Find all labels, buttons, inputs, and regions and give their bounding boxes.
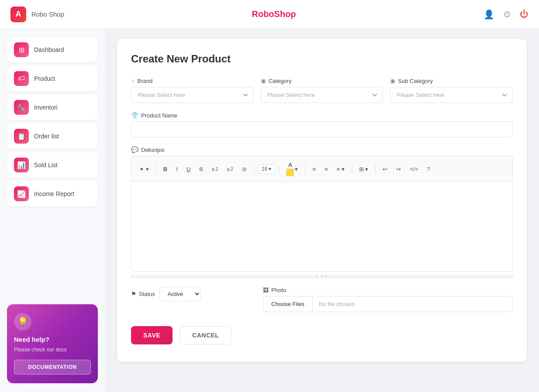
- sidebar-label-product: Product: [34, 75, 55, 82]
- description-group: 💬 Deksripsi ✦ ▾ B I U S x2 x2 ⊘ 16 ▾: [131, 146, 513, 278]
- editor-resize-bar[interactable]: • • •: [131, 275, 513, 278]
- superscript-button[interactable]: x2: [208, 164, 222, 174]
- sub-category-label: ◉ Sub Category: [390, 77, 513, 84]
- sidebar-label-sold: Sold List: [34, 162, 58, 168]
- save-button[interactable]: SAVE: [131, 326, 173, 344]
- help-bulb-icon: 💡: [14, 313, 31, 330]
- form-title: Create New Product: [131, 53, 513, 65]
- resize-indicator: • • •: [316, 274, 328, 279]
- description-label: 💬 Deksripsi: [131, 146, 513, 153]
- help-card: 💡 Need help? Please check our docs DOCUM…: [7, 304, 98, 383]
- status-select[interactable]: Active Inactive: [159, 287, 201, 301]
- help-subtitle: Please check our docs: [14, 347, 91, 353]
- sidebar-item-order-list[interactable]: 📋 Order list: [7, 124, 98, 149]
- brand-label: ○ Brand: [131, 77, 254, 84]
- align-options-button[interactable]: ≡ ▾: [333, 164, 348, 174]
- inventori-icon: 🔧: [14, 100, 29, 115]
- sidebar: ⊞ Dashboard 🏷 Product 🔧 Inventori 📋 Orde…: [0, 28, 105, 392]
- align-left-button[interactable]: ≡: [309, 164, 319, 174]
- sidebar-item-inventori[interactable]: 🔧 Inventori: [7, 95, 98, 120]
- font-size-button[interactable]: 16 ▾: [258, 164, 276, 174]
- app-logo: A: [10, 7, 26, 22]
- editor-body[interactable]: [131, 185, 513, 272]
- product-name-label: 👕 Product Name: [131, 112, 513, 119]
- toolbar-sep-6: [375, 165, 376, 173]
- sidebar-item-dashboard[interactable]: ⊞ Dashboard: [7, 37, 98, 62]
- cancel-button[interactable]: CANCEL: [180, 326, 231, 344]
- category-label: ◉ Category: [261, 77, 384, 84]
- action-row: SAVE CANCEL: [131, 326, 513, 344]
- sub-category-group: ◉ Sub Category Please Select here: [390, 77, 513, 103]
- sidebar-item-product[interactable]: 🏷 Product: [7, 66, 98, 91]
- photo-group: 🖼 Photo Choose Files No file chosen: [263, 287, 513, 312]
- color-swatch: [286, 168, 294, 176]
- dropdowns-row: ○ Brand Please Select here ◉ Category Pl…: [131, 77, 513, 103]
- file-input-wrapper: Choose Files No file chosen: [263, 296, 513, 312]
- navbar-brand: RoboShop: [252, 9, 296, 19]
- brand-group: ○ Brand Please Select here: [131, 77, 254, 103]
- subscript-button[interactable]: x2: [223, 164, 237, 174]
- income-icon: 📈: [14, 186, 29, 201]
- navbar-left: A Robo Shop: [10, 7, 64, 22]
- strikethrough-button[interactable]: S: [196, 164, 207, 174]
- sidebar-item-sold-list[interactable]: 📊 Sold List: [7, 152, 98, 178]
- status-flag-icon: ⚑: [131, 291, 136, 297]
- font-color-button[interactable]: A ▾: [283, 160, 301, 178]
- photo-icon: 🖼: [263, 287, 269, 293]
- app-name: Robo Shop: [31, 10, 64, 18]
- choose-files-button[interactable]: Choose Files: [263, 296, 313, 312]
- product-name-group: 👕 Product Name: [131, 112, 513, 138]
- sidebar-label-dashboard: Dashboard: [34, 46, 64, 53]
- toolbar-sep-2: [254, 165, 254, 173]
- clear-format-button[interactable]: ⊘: [238, 164, 250, 174]
- bold-button[interactable]: B: [160, 164, 171, 174]
- product-name-input[interactable]: [131, 121, 513, 138]
- editor-toolbar: ✦ ▾ B I U S x2 x2 ⊘ 16 ▾ A: [131, 156, 513, 182]
- sidebar-label-inventori: Inventori: [34, 104, 58, 111]
- layout: ⊞ Dashboard 🏷 Product 🔧 Inventori 📋 Orde…: [0, 28, 539, 392]
- dashboard-icon: ⊞: [14, 42, 29, 57]
- sold-icon: 📊: [14, 158, 29, 172]
- underline-button[interactable]: U: [183, 164, 194, 174]
- sub-category-label-icon: ◉: [390, 77, 395, 84]
- file-name-display: No file chosen: [313, 296, 512, 312]
- italic-button[interactable]: I: [173, 164, 181, 174]
- redo-button[interactable]: ↪: [393, 164, 404, 174]
- user-icon[interactable]: 👤: [484, 9, 494, 20]
- description-icon: 💬: [131, 146, 138, 153]
- form-card: Create New Product ○ Brand Please Select…: [117, 39, 527, 362]
- sub-category-select[interactable]: Please Select here: [390, 87, 513, 103]
- brand-select[interactable]: Please Select here: [131, 87, 254, 103]
- code-button[interactable]: </>: [406, 164, 422, 174]
- settings-icon[interactable]: ⚙: [503, 9, 511, 20]
- category-select[interactable]: Please Select here: [261, 87, 384, 103]
- main-content: Create New Product ○ Brand Please Select…: [105, 28, 539, 392]
- sidebar-item-income-report[interactable]: 📈 Income Report: [7, 181, 98, 206]
- navbar-right: 👤 ⚙ ⏻: [484, 9, 529, 20]
- status-photo-row: ⚑ Status Active Inactive 🖼 Photo Choose …: [131, 287, 513, 312]
- toolbar-sep-3: [279, 165, 279, 173]
- toolbar-sep-4: [305, 165, 305, 173]
- brand-label-icon: ○: [131, 77, 135, 84]
- product-icon: 🏷: [14, 71, 29, 86]
- help-button[interactable]: ?: [423, 164, 433, 174]
- category-group: ◉ Category Please Select here: [261, 77, 384, 103]
- photo-label: 🖼 Photo: [263, 287, 513, 293]
- help-title: Need help?: [14, 336, 91, 343]
- sidebar-label-order: Order list: [34, 133, 59, 140]
- power-icon[interactable]: ⏻: [520, 9, 529, 19]
- undo-button[interactable]: ↩: [379, 164, 391, 174]
- format-button[interactable]: ✦ ▾: [136, 164, 152, 174]
- toolbar-sep-5: [352, 165, 352, 173]
- order-icon: 📋: [14, 129, 29, 144]
- toolbar-sep-1: [156, 165, 156, 173]
- status-group: ⚑ Status Active Inactive: [131, 287, 256, 301]
- documentation-button[interactable]: DOCUMENTATION: [14, 360, 91, 375]
- align-center-button[interactable]: ≡: [321, 164, 332, 174]
- table-button[interactable]: ⊞ ▾: [356, 164, 372, 174]
- category-label-icon: ◉: [261, 77, 266, 84]
- navbar: A Robo Shop RoboShop 👤 ⚙ ⏻: [0, 0, 539, 28]
- sidebar-label-income: Income Report: [34, 190, 74, 197]
- product-name-icon: 👕: [131, 112, 138, 119]
- status-label: ⚑ Status: [131, 291, 155, 297]
